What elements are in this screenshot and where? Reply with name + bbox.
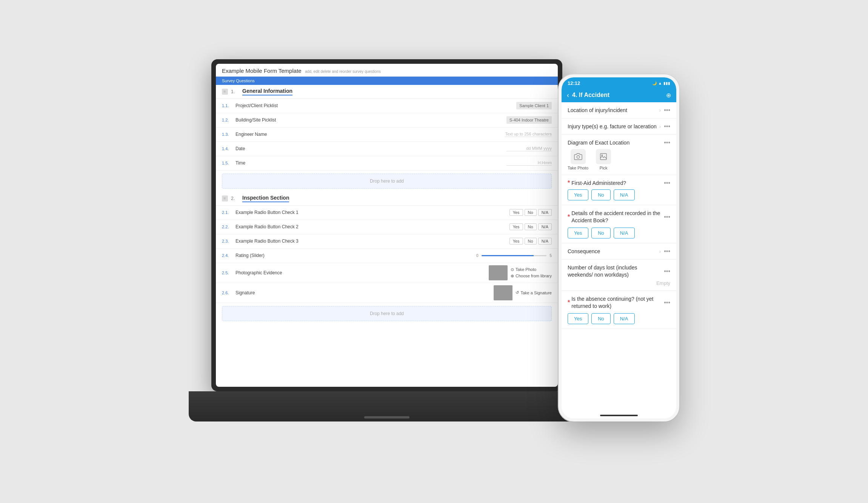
slider-max: 5	[549, 254, 552, 258]
take-signature-btn[interactable]: ↺ Take a Signature	[516, 290, 552, 295]
consequence-more-icon[interactable]: •••	[664, 248, 670, 255]
section-2-title: Inspection Section	[242, 195, 289, 202]
phone-content: Location of injury/incident › ••• Injury…	[562, 102, 676, 413]
first-aid-more-icon[interactable]: •••	[664, 180, 670, 186]
section-1-drop-zone[interactable]: Drop here to add	[222, 174, 552, 189]
accident-book-more-icon[interactable]: •••	[664, 214, 670, 220]
form-header: Example Mobile Form Template add, edit d…	[216, 64, 558, 77]
section-2-drag[interactable]: ≡	[222, 195, 228, 202]
injury-chevron-icon[interactable]: ›	[659, 123, 661, 129]
slider-min: 0	[476, 254, 479, 258]
row-2-1-na[interactable]: N/A	[538, 209, 552, 216]
tab-bar[interactable]: Survey Questions	[216, 77, 558, 85]
accident-book-yes[interactable]: Yes	[568, 228, 588, 238]
row-1-1-value[interactable]: Sample Client 1	[516, 102, 552, 109]
accident-book-header: * Details of the accident recorded in th…	[568, 210, 670, 225]
row-2-2-no[interactable]: No	[525, 223, 537, 230]
row-2-3-no[interactable]: No	[525, 238, 537, 245]
row-2-2-num: 2.2.	[222, 225, 235, 229]
section-2-drop-zone[interactable]: Drop here to add	[222, 306, 552, 321]
row-2-1-no[interactable]: No	[525, 209, 537, 216]
accident-book-no[interactable]: No	[591, 228, 611, 238]
row-2-3-na[interactable]: N/A	[538, 238, 552, 245]
accident-book-na[interactable]: N/A	[614, 228, 635, 238]
row-1-2-num: 1.2.	[222, 118, 235, 122]
diagram-icons: Take Photo Pick	[568, 149, 670, 170]
section-1-drag[interactable]: ≡	[222, 89, 228, 95]
first-aid-na[interactable]: N/A	[614, 189, 635, 200]
first-aid-required-star: *	[568, 180, 570, 186]
row-2-1: 2.1. Example Radio Button Check 1 Yes No…	[216, 206, 558, 220]
injury-more-icon[interactable]: •••	[664, 123, 670, 130]
photo-thumbnail	[489, 265, 508, 280]
row-2-3-yes[interactable]: Yes	[509, 238, 523, 245]
absence-options: Yes No N/A	[568, 313, 670, 324]
row-2-2-yes[interactable]: Yes	[509, 223, 523, 230]
row-1-4-label: Date	[235, 146, 506, 151]
location-more-icon[interactable]: •••	[664, 107, 670, 114]
row-1-1-label: Project/Client Picklist	[235, 103, 516, 108]
days-lost-more-icon[interactable]: •••	[664, 268, 670, 275]
absence-no[interactable]: No	[591, 313, 611, 324]
consequence-title: Consequence	[568, 248, 659, 254]
row-1-4: 1.4. Date dd MMM yyyy	[216, 142, 558, 156]
photo-actions: ⊙ Take Photo ⊕ Choose from library	[511, 267, 552, 278]
phone-status-bar: 12:12 🌙 ▲ ▮▮▮	[562, 77, 676, 89]
status-icons: 🌙 ▲ ▮▮▮	[652, 81, 670, 85]
back-button[interactable]: ‹	[567, 91, 569, 99]
row-2-6: 2.6. Signature ↺ Take a Signature	[216, 283, 558, 303]
camera-icon: ⊙	[511, 267, 514, 272]
row-2-5-num: 2.5.	[222, 271, 235, 275]
absence-more-icon[interactable]: •••	[664, 299, 670, 306]
absence-required-star: *	[568, 299, 570, 306]
first-aid-no[interactable]: No	[591, 189, 611, 200]
choose-library-btn[interactable]: ⊕ Choose from library	[511, 274, 552, 278]
row-1-5-value: H:Hmm	[506, 160, 552, 166]
row-2-1-label: Example Radio Button Check 1	[235, 210, 509, 215]
phone-nav-right-button[interactable]: ⊕	[666, 92, 671, 99]
camera-box-icon	[571, 149, 586, 164]
row-2-2-na[interactable]: N/A	[538, 223, 552, 230]
first-aid-options: Yes No N/A	[568, 189, 670, 200]
phone-section-diagram: Diagram of Exact Location ••• Take Ph	[562, 135, 676, 175]
drop-zone-1-label: Drop here to add	[370, 178, 404, 184]
row-1-4-value: dd MMM yyyy	[506, 146, 552, 151]
phone-section-accident-book: * Details of the accident recorded in th…	[562, 205, 676, 243]
signature-icon: ↺	[516, 290, 519, 295]
phone: 12:12 🌙 ▲ ▮▮▮ ‹ 4. If Accident ⊕ Locatio…	[559, 74, 679, 421]
row-2-4-slider[interactable]: 0 5	[476, 254, 552, 258]
phone-section-injury-title: Injury type(s) e.g. facture or laceratio…	[568, 123, 659, 129]
battery-icon: ▮▮▮	[663, 81, 670, 85]
accident-book-title: Details of the accident recorded in the …	[571, 210, 661, 225]
row-2-5-photo: ⊙ Take Photo ⊕ Choose from library	[489, 265, 552, 280]
location-chevron-icon[interactable]: ›	[659, 107, 661, 113]
consequence-chevron-icon[interactable]: ›	[659, 248, 661, 254]
absence-header: * Is the absence continuing? (not yet re…	[568, 295, 670, 310]
phone-section-absence: * Is the absence continuing? (not yet re…	[562, 291, 676, 329]
take-photo-label: Take Photo	[516, 267, 536, 272]
pick-icon-item[interactable]: Pick	[596, 149, 611, 170]
slider-track[interactable]	[482, 255, 547, 256]
first-aid-yes[interactable]: Yes	[568, 189, 588, 200]
row-2-4-num: 2.4.	[222, 253, 235, 258]
take-photo-icon-item[interactable]: Take Photo	[568, 149, 588, 170]
moon-icon: 🌙	[652, 81, 657, 85]
absence-na[interactable]: N/A	[614, 313, 635, 324]
days-lost-title: Number of days lost (includes weekends/ …	[568, 264, 661, 279]
row-2-2: 2.2. Example Radio Button Check 2 Yes No…	[216, 220, 558, 234]
phone-section-consequence: Consequence › •••	[562, 243, 676, 260]
row-1-5-label: Time	[235, 160, 506, 166]
row-1-5: 1.5. Time H:Hmm	[216, 156, 558, 171]
take-photo-btn[interactable]: ⊙ Take Photo	[511, 267, 552, 272]
row-1-2: 1.2. Building/Site Picklist S-404 Indoor…	[216, 113, 558, 128]
accident-book-required-star: *	[568, 214, 570, 220]
row-1-3-label: Engineer Name	[235, 132, 505, 137]
library-icon: ⊕	[511, 274, 514, 278]
row-2-2-label: Example Radio Button Check 2	[235, 224, 509, 229]
row-1-2-value[interactable]: S-404 Indoor Theatre	[506, 116, 552, 124]
absence-yes[interactable]: Yes	[568, 313, 588, 324]
row-2-1-yes[interactable]: Yes	[509, 209, 523, 216]
choose-library-label: Choose from library	[516, 274, 552, 278]
tab-label: Survey Questions	[222, 78, 255, 83]
diagram-more-icon[interactable]: •••	[664, 139, 670, 146]
